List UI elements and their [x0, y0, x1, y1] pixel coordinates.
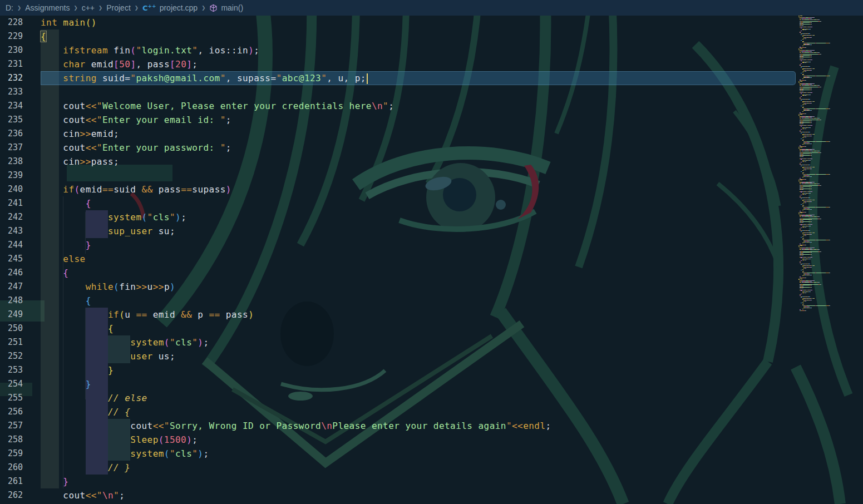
code-line-245[interactable]: 245 else — [0, 252, 798, 266]
line-content: } — [41, 363, 114, 377]
line-content: { — [41, 29, 46, 43]
line-number[interactable]: 245 — [0, 252, 41, 266]
line-number[interactable]: 249 — [0, 308, 41, 322]
line-number[interactable]: 228 — [0, 16, 41, 29]
line-content: // { — [41, 405, 130, 419]
code-line-243[interactable]: 243 sup_user su; — [0, 224, 798, 238]
code-line-231[interactable]: 231 char emid[50], pass[20]; — [0, 57, 798, 71]
line-content: } — [41, 475, 68, 488]
line-content: user us; — [41, 349, 175, 363]
line-number[interactable]: 255 — [0, 391, 41, 405]
code-line-244[interactable]: 244 } — [0, 238, 798, 252]
line-number[interactable]: 254 — [0, 377, 41, 391]
code-line-254[interactable]: 254 } — [0, 377, 798, 391]
line-number[interactable]: 262 — [0, 488, 41, 502]
code-line-258[interactable]: 258 Sleep(1500); — [0, 433, 798, 447]
code-line-236[interactable]: 236 cin>>emid; — [0, 127, 798, 141]
code-line-253[interactable]: 253 } — [0, 363, 798, 377]
line-content: cin>>pass; — [41, 155, 119, 169]
breadcrumb-separator-icon: ❯ — [17, 4, 21, 12]
line-number[interactable]: 256 — [0, 405, 41, 419]
breadcrumb-item-d-[interactable]: D: — [6, 3, 13, 12]
line-content: string suid="paksh@gmail.com", supass="a… — [41, 71, 368, 85]
code-line-261[interactable]: 261 } — [0, 475, 798, 488]
line-number[interactable]: 241 — [0, 196, 41, 210]
code-line-234[interactable]: 234 cout<<"Welcome User, Please enter yo… — [0, 99, 798, 113]
code-line-249[interactable]: 249 if(u == emid && p == pass) — [0, 308, 798, 322]
line-number[interactable]: 259 — [0, 447, 41, 461]
line-number[interactable]: 236 — [0, 127, 41, 141]
breadcrumb-item-assignments[interactable]: Assignments — [25, 3, 70, 12]
breadcrumb-separator-icon: ❯ — [73, 4, 77, 12]
line-number[interactable]: 250 — [0, 322, 41, 335]
line-number[interactable]: 260 — [0, 461, 41, 475]
code-line-246[interactable]: 246 { — [0, 266, 798, 280]
code-line-233[interactable]: 233 — [0, 85, 798, 99]
line-number[interactable]: 231 — [0, 57, 41, 71]
code-line-260[interactable]: 260 // } — [0, 461, 798, 475]
code-line-252[interactable]: 252 user us; — [0, 349, 798, 363]
line-content: cout<<"Enter your email id: "; — [41, 113, 231, 127]
line-number[interactable]: 242 — [0, 210, 41, 224]
line-number[interactable]: 246 — [0, 266, 41, 280]
line-content: sup_user su; — [41, 224, 175, 238]
code-line-262[interactable]: 262 cout<<"\n"; — [0, 488, 798, 502]
code-line-257[interactable]: 257 cout<<"Sorry, Wrong ID or Password\n… — [0, 419, 798, 433]
line-number[interactable]: 243 — [0, 224, 41, 238]
line-number[interactable]: 232 — [0, 71, 41, 85]
breadcrumb-separator-icon: ❯ — [135, 4, 139, 12]
code-lines: 228int main()229{230 ifstream fin("login… — [0, 16, 798, 502]
line-content: { — [41, 266, 68, 280]
line-number[interactable]: 233 — [0, 85, 41, 99]
code-line-248[interactable]: 248 { — [0, 294, 798, 308]
minimap[interactable] — [798, 16, 863, 504]
line-number[interactable]: 247 — [0, 280, 41, 294]
breadcrumb-label: Assignments — [25, 3, 70, 12]
code-line-259[interactable]: 259 system("cls"); — [0, 447, 798, 461]
code-line-237[interactable]: 237 cout<<"Enter your password: "; — [0, 141, 798, 155]
line-number[interactable]: 251 — [0, 335, 41, 349]
breadcrumb-label: c++ — [82, 3, 95, 12]
code-line-230[interactable]: 230 ifstream fin("login.txt", ios::in); — [0, 43, 798, 57]
line-number[interactable]: 244 — [0, 238, 41, 252]
line-number[interactable]: 240 — [0, 182, 41, 196]
code-line-235[interactable]: 235 cout<<"Enter your email id: "; — [0, 113, 798, 127]
line-content: cout<<"Welcome User, Please enter your c… — [41, 99, 394, 113]
line-content: system("cls"); — [41, 447, 209, 461]
line-content: { — [41, 196, 91, 210]
line-number[interactable]: 229 — [0, 29, 41, 43]
line-number[interactable]: 238 — [0, 155, 41, 169]
code-line-229[interactable]: 229{ — [0, 29, 798, 43]
code-editor[interactable]: 228int main()229{230 ifstream fin("login… — [0, 16, 798, 504]
code-line-238[interactable]: 238 cin>>pass; — [0, 155, 798, 169]
line-number[interactable]: 235 — [0, 113, 41, 127]
line-content: while(fin>>u>>p) — [41, 280, 175, 294]
line-number[interactable]: 234 — [0, 99, 41, 113]
code-line-240[interactable]: 240 if(emid==suid && pass==supass) — [0, 182, 798, 196]
line-number[interactable]: 257 — [0, 419, 41, 433]
code-line-239[interactable]: 239 — [0, 169, 798, 182]
code-line-228[interactable]: 228int main() — [0, 16, 798, 29]
breadcrumb-label: Project — [106, 3, 131, 12]
code-line-247[interactable]: 247 while(fin>>u>>p) — [0, 280, 798, 294]
breadcrumb-item-project-cpp[interactable]: C++project.cpp — [142, 3, 198, 12]
code-line-251[interactable]: 251 system("cls"); — [0, 335, 798, 349]
code-line-232[interactable]: 232 string suid="paksh@gmail.com", supas… — [0, 71, 798, 85]
breadcrumb-item-c-[interactable]: c++ — [82, 3, 95, 12]
code-line-242[interactable]: 242 system("cls"); — [0, 210, 798, 224]
line-number[interactable]: 230 — [0, 43, 41, 57]
line-content: char emid[50], pass[20]; — [41, 57, 198, 71]
line-number[interactable]: 258 — [0, 433, 41, 447]
breadcrumb-item-project[interactable]: Project — [106, 3, 131, 12]
line-number[interactable]: 261 — [0, 475, 41, 488]
code-line-250[interactable]: 250 { — [0, 322, 798, 335]
line-number[interactable]: 248 — [0, 294, 41, 308]
line-number[interactable]: 239 — [0, 169, 41, 182]
line-number[interactable]: 252 — [0, 349, 41, 363]
line-number[interactable]: 253 — [0, 363, 41, 377]
code-line-255[interactable]: 255 // else — [0, 391, 798, 405]
line-number[interactable]: 237 — [0, 141, 41, 155]
code-line-241[interactable]: 241 { — [0, 196, 798, 210]
code-line-256[interactable]: 256 // { — [0, 405, 798, 419]
breadcrumb-item-main-[interactable]: main() — [209, 3, 243, 12]
